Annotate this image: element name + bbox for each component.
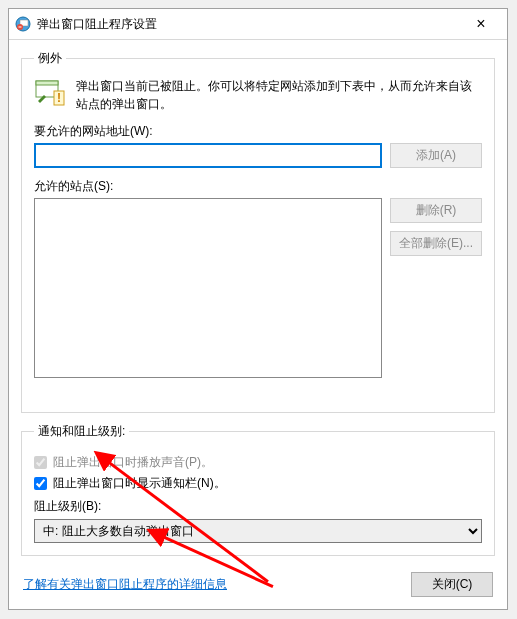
remove-button[interactable]: 删除(R) xyxy=(390,198,482,223)
popup-blocker-settings-window: 弹出窗口阻止程序设置 × 例外 ! 弹出窗口当前已被阻止。你可以将特定网站添加到… xyxy=(8,8,508,610)
block-level-select[interactable]: 中: 阻止大多数自动弹出窗口 xyxy=(34,519,482,543)
footer: 了解有关弹出窗口阻止程序的详细信息 关闭(C) xyxy=(21,566,495,599)
window-title: 弹出窗口阻止程序设置 xyxy=(37,16,461,33)
address-label: 要允许的网站地址(W): xyxy=(34,123,482,140)
exceptions-legend: 例外 xyxy=(34,50,66,67)
show-bar-label: 阻止弹出窗口时显示通知栏(N)。 xyxy=(53,475,226,492)
show-bar-checkbox[interactable] xyxy=(34,477,47,490)
svg-rect-5 xyxy=(36,81,58,85)
titlebar: 弹出窗口阻止程序设置 × xyxy=(9,9,507,40)
popup-blocker-icon xyxy=(15,16,31,32)
svg-rect-3 xyxy=(19,27,22,28)
show-bar-row[interactable]: 阻止弹出窗口时显示通知栏(N)。 xyxy=(34,475,482,492)
intro-text: 弹出窗口当前已被阻止。你可以将特定网站添加到下表中，从而允许来自该站点的弹出窗口… xyxy=(76,77,482,113)
close-icon[interactable]: × xyxy=(461,9,501,39)
levels-legend: 通知和阻止级别: xyxy=(34,423,129,440)
play-sound-row[interactable]: 阻止弹出窗口时播放声音(P)。 xyxy=(34,454,482,471)
level-label: 阻止级别(B): xyxy=(34,498,482,515)
exceptions-group: 例外 ! 弹出窗口当前已被阻止。你可以将特定网站添加到下表中，从而允许来自该站点… xyxy=(21,50,495,413)
add-button[interactable]: 添加(A) xyxy=(390,143,482,168)
play-sound-checkbox[interactable] xyxy=(34,456,47,469)
remove-all-button[interactable]: 全部删除(E)... xyxy=(390,231,482,256)
play-sound-label: 阻止弹出窗口时播放声音(P)。 xyxy=(53,454,213,471)
sites-label: 允许的站点(S): xyxy=(34,178,482,195)
learn-more-link[interactable]: 了解有关弹出窗口阻止程序的详细信息 xyxy=(23,576,227,593)
allowed-sites-listbox[interactable] xyxy=(34,198,382,378)
close-button[interactable]: 关闭(C) xyxy=(411,572,493,597)
address-input[interactable] xyxy=(34,143,382,168)
levels-group: 通知和阻止级别: 阻止弹出窗口时播放声音(P)。 阻止弹出窗口时显示通知栏(N)… xyxy=(21,423,495,556)
client-area: 例外 ! 弹出窗口当前已被阻止。你可以将特定网站添加到下表中，从而允许来自该站点… xyxy=(9,40,507,609)
info-icon: ! xyxy=(34,77,66,109)
svg-text:!: ! xyxy=(57,91,61,105)
